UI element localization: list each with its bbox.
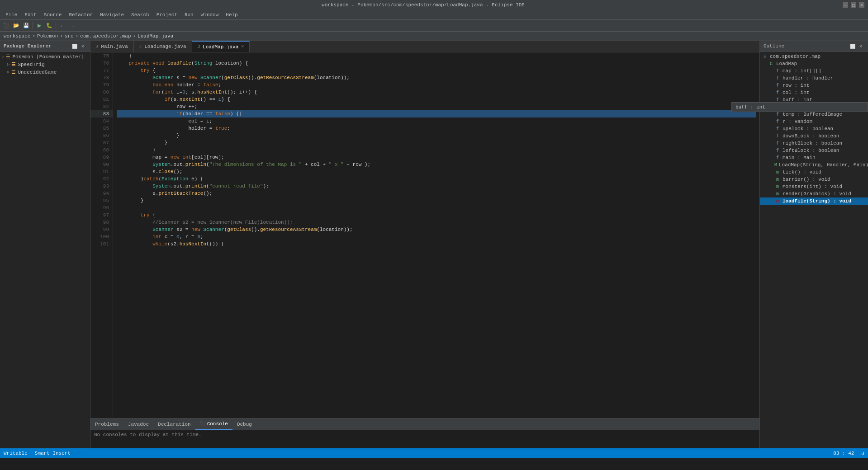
outline-item-10[interactable]: fupBlock : boolean xyxy=(760,125,868,132)
code-editor[interactable]: 7576777879808182838485868788899091929394… xyxy=(90,52,759,418)
debug-button[interactable]: 🐛 xyxy=(45,21,54,30)
tree-item-speedtrig[interactable]: ▷ ☰ SpeedTrig xyxy=(0,61,90,68)
menu-file[interactable]: File xyxy=(2,11,21,19)
outline-item-15[interactable]: MLoadMap(String, Handler, Main) xyxy=(760,161,868,169)
outline-item-16[interactable]: mtick() : void xyxy=(760,169,868,176)
sidebar-close-btn[interactable]: × xyxy=(79,42,86,50)
bc-package[interactable]: com.speedstor.map xyxy=(80,33,131,39)
btab-label-debug: Debug xyxy=(237,422,252,427)
outline-item-3[interactable]: fhandler : Handler xyxy=(760,75,868,82)
tree-icon-undecided: ☰ xyxy=(11,69,16,75)
outline-header: Outline ⬜ × xyxy=(760,41,868,52)
open-button[interactable]: 📂 xyxy=(12,21,21,30)
tab-main[interactable]: J Main.java xyxy=(90,41,134,52)
outline-item-12[interactable]: frightBlock : boolean xyxy=(760,140,868,147)
console-icon: ⬛ xyxy=(200,421,205,427)
sidebar-header: Package Explorer ⬜ × xyxy=(0,41,90,52)
outline-close-btn[interactable]: × xyxy=(857,42,864,50)
line-number-89: 89 xyxy=(90,154,113,161)
tree-item-pokemon[interactable]: ▷ ☰ Pokemon [Pokemon master] xyxy=(0,53,90,61)
outline-item-11[interactable]: fdownBlock : boolean xyxy=(760,132,868,140)
line-number-84: 84 xyxy=(90,118,113,125)
line-number-86: 86 xyxy=(90,132,113,139)
code-content[interactable]: } private void loadFile(String location)… xyxy=(113,52,759,418)
code-line-100: int c = 0, r = 0; xyxy=(117,233,756,240)
btab-javadoc[interactable]: Javadoc xyxy=(123,418,153,430)
outline-item-14[interactable]: fmain : Main xyxy=(760,154,868,161)
forward-button[interactable]: → xyxy=(68,21,77,30)
close-button[interactable]: × xyxy=(859,2,864,8)
tab-loadimage[interactable]: J LoadImage.java xyxy=(134,41,192,52)
bc-file[interactable]: LoadMap.java xyxy=(138,33,173,39)
tab-icon-main: J xyxy=(96,44,98,49)
btab-declaration[interactable]: Declaration xyxy=(153,418,195,430)
console-text: No consoles to display at this time. xyxy=(94,432,202,437)
btab-debug[interactable]: Debug xyxy=(232,418,256,430)
tree-item-undecided[interactable]: ▷ ☰ UndecidedGame xyxy=(0,68,90,76)
line-number-85: 85 xyxy=(90,125,113,132)
outline-item-0[interactable]: ◇com.speedstor.map xyxy=(760,53,868,60)
menu-run[interactable]: Run xyxy=(181,11,197,19)
minimize-button[interactable]: − xyxy=(843,2,848,8)
outline-item-20[interactable]: mloadFile(String) : void xyxy=(760,197,868,205)
menu-source[interactable]: Source xyxy=(40,11,66,19)
bc-src[interactable]: src xyxy=(65,33,74,39)
tree-arrow-3: ▷ xyxy=(7,70,9,75)
code-line-76: private void loadFile(String location) { xyxy=(117,60,756,67)
editor-area: J Main.java J LoadImage.java J LoadMap.j… xyxy=(90,41,759,448)
menu-window[interactable]: Window xyxy=(197,11,223,19)
back-button[interactable]: ← xyxy=(58,21,67,30)
title-bar: workspace - Pokemon/src/com/speedstor/ma… xyxy=(0,0,868,10)
line-number-93: 93 xyxy=(90,183,113,190)
code-line-97: try { xyxy=(117,212,756,219)
code-line-96 xyxy=(117,204,756,212)
outline-item-9[interactable]: fr : Random xyxy=(760,118,868,125)
code-line-87: } xyxy=(117,139,756,146)
line-number-79: 79 xyxy=(90,81,113,89)
outline-item-4[interactable]: frow : int xyxy=(760,82,868,89)
menu-search[interactable]: Search xyxy=(128,11,153,19)
sidebar-collapse-btn[interactable]: ⬜ xyxy=(71,42,78,50)
tab-close-loadmap[interactable]: × xyxy=(241,44,244,49)
title-text: workspace - Pokemon/src/com/speedstor/ma… xyxy=(4,2,843,8)
console-content: No consoles to display at this time. xyxy=(90,430,759,448)
code-line-78: Scanner s = new Scanner(getClass().getRe… xyxy=(117,74,756,81)
menu-refactor[interactable]: Refactor xyxy=(65,11,96,19)
tab-loadmap[interactable]: J LoadMap.java × xyxy=(192,41,250,52)
btab-console[interactable]: ⬛ Console xyxy=(195,418,232,430)
new-button[interactable]: ⬛ xyxy=(2,21,11,30)
outline-item-5[interactable]: fcol : int xyxy=(760,89,868,96)
outline-collapse-btn[interactable]: ⬜ xyxy=(849,42,856,50)
tree-label-pokemon: Pokemon [Pokemon master] xyxy=(12,54,84,60)
bc-workspace[interactable]: workspace xyxy=(4,33,30,39)
menu-project[interactable]: Project xyxy=(153,11,181,19)
outline-item-19[interactable]: mrender(Graphics) : void xyxy=(760,190,868,197)
outline-item-18[interactable]: mMonsters(int) : void xyxy=(760,183,868,190)
run-button[interactable]: ▶ xyxy=(35,21,44,30)
outline-item-17[interactable]: mbarrier() : void xyxy=(760,176,868,183)
outline-item-1[interactable]: CLoadMap xyxy=(760,60,868,67)
btab-problems[interactable]: Problems xyxy=(90,418,123,430)
btab-label-problems: Problems xyxy=(95,422,119,427)
code-line-81: if(s.nextInt() == 1) { xyxy=(117,96,756,103)
outline-item-13[interactable]: fleftBlock : boolean xyxy=(760,147,868,154)
menu-edit[interactable]: Edit xyxy=(21,11,40,19)
code-line-95: } xyxy=(117,197,756,204)
bc-pokemon[interactable]: Pokemon xyxy=(37,33,58,39)
line-number-96: 96 xyxy=(90,204,113,212)
outline-item-2[interactable]: fmap : int[][] xyxy=(760,67,868,75)
save-button[interactable]: 💾 xyxy=(22,21,31,30)
tooltip-buff: buff : int xyxy=(731,102,868,112)
bottom-tabs: Problems Javadoc Declaration ⬛ Console D… xyxy=(90,418,759,430)
line-number-76: 76 xyxy=(90,60,113,67)
line-number-81: 81 xyxy=(90,96,113,103)
line-number-83: 83 xyxy=(90,110,113,118)
menu-help[interactable]: Help xyxy=(222,11,241,19)
line-number-82: 82 xyxy=(90,103,113,110)
code-line-89: map = new int[col][row]; xyxy=(117,154,756,161)
code-line-80: for(int i=0; s.hasNextInt(); i++) { xyxy=(117,89,756,96)
maximize-button[interactable]: □ xyxy=(851,2,856,8)
menu-navigate[interactable]: Navigate xyxy=(96,11,128,19)
sidebar: Package Explorer ⬜ × ▷ ☰ Pokemon [Pokemo… xyxy=(0,41,90,448)
line-number-101: 101 xyxy=(90,240,113,248)
